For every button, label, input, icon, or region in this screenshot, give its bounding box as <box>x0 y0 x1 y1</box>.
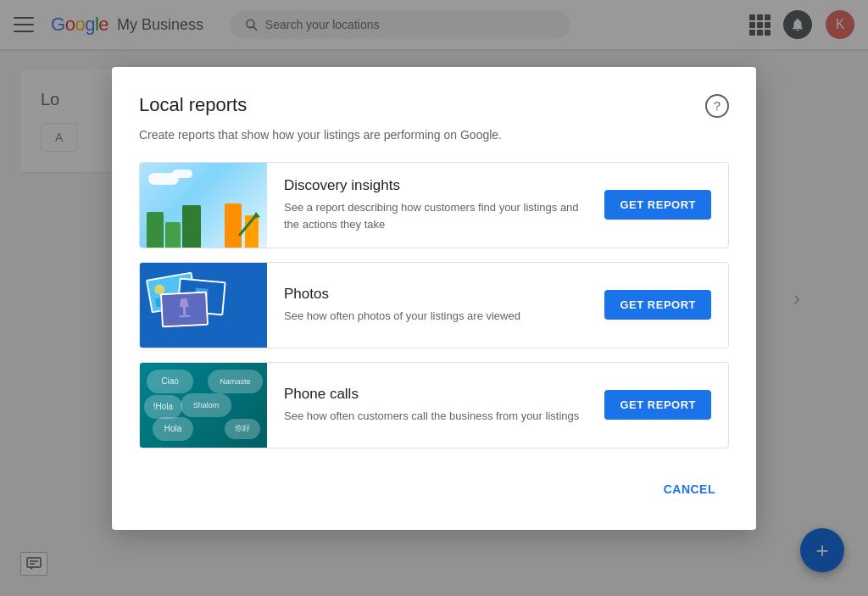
dialog-subtitle: Create reports that show how your listin… <box>139 128 729 142</box>
svg-marker-7 <box>252 212 260 219</box>
photos-content: Photos See how often photos of your list… <box>267 272 604 338</box>
dialog-header: Local reports ? <box>139 94 729 118</box>
local-reports-dialog: Local reports ? Create reports that show… <box>112 67 756 530</box>
phone-image: Ciao Namaste !Hola Shalom Hola 你好 <box>140 363 267 448</box>
help-icon[interactable]: ? <box>705 94 729 118</box>
phone-desc: See how often customers call the busines… <box>284 408 587 425</box>
discovery-image <box>140 163 267 248</box>
discovery-content: Discovery insights See a report describi… <box>267 164 604 246</box>
photos-image <box>140 263 267 348</box>
svg-rect-17 <box>183 306 186 315</box>
svg-line-6 <box>239 215 256 236</box>
dialog-footer: CANCEL <box>139 469 729 503</box>
dialog-title: Local reports <box>139 94 247 116</box>
phone-get-report-button[interactable]: GET REPORT <box>604 390 711 420</box>
phone-title: Phone calls <box>284 386 587 403</box>
phone-content: Phone calls See how often customers call… <box>267 372 604 438</box>
discovery-get-report-button[interactable]: GET REPORT <box>604 190 711 220</box>
cancel-button[interactable]: CANCEL <box>650 476 729 503</box>
photos-title: Photos <box>284 286 587 303</box>
modal-overlay: Local reports ? Create reports that show… <box>0 0 868 596</box>
discovery-title: Discovery insights <box>284 177 587 194</box>
photos-desc: See how often photos of your listings ar… <box>284 308 587 325</box>
phone-calls-card: Ciao Namaste !Hola Shalom Hola 你好 Phone … <box>139 362 729 448</box>
photos-card: Photos See how often photos of your list… <box>139 262 729 348</box>
discovery-desc: See a report describing how customers fi… <box>284 199 587 232</box>
photos-get-report-button[interactable]: GET REPORT <box>604 290 711 320</box>
discovery-insights-card: Discovery insights See a report describi… <box>139 162 729 248</box>
